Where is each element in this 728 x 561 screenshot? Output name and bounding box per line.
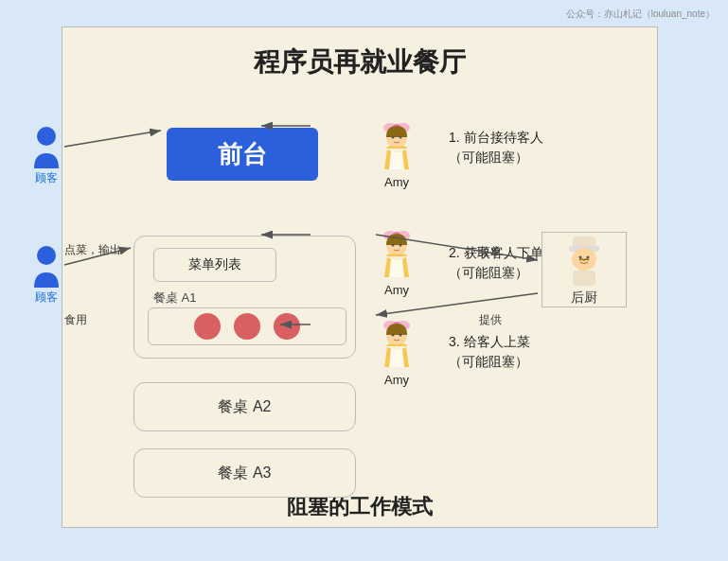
- guest-top-figure: [28, 125, 64, 168]
- chef-figure: [559, 233, 609, 286]
- svg-point-10: [392, 244, 395, 247]
- dish-circle-2: [234, 313, 260, 340]
- dish-circle-1: [194, 313, 221, 340]
- guest-mid-figure: [28, 244, 64, 288]
- dish-circle-3: [274, 313, 300, 340]
- svg-rect-23: [573, 271, 595, 286]
- svg-point-20: [572, 248, 596, 271]
- main-title: 程序员再就业餐厅: [62, 27, 657, 90]
- menu-arrow-label: 菜单: [479, 244, 502, 260]
- svg-point-22: [587, 256, 590, 259]
- amy-mid2-label: Amy: [384, 373, 409, 387]
- table-a1-container: 菜单列表 餐桌 A1: [133, 236, 356, 359]
- menu-list-box: 菜单列表: [153, 248, 276, 282]
- kitchen-label: 后厨: [571, 289, 597, 307]
- amy-top: Amy: [375, 118, 418, 189]
- label-step-1: 1. 前台接待客人 （可能阻塞）: [449, 128, 543, 167]
- kitchen-box: 后厨: [542, 232, 627, 307]
- supply-arrow-label: 提供: [479, 312, 502, 328]
- front-desk-box: 前台: [167, 128, 318, 181]
- table-a1-label: 餐桌 A1: [153, 289, 197, 307]
- amy-mid2-figure: [375, 316, 418, 371]
- label-step-3: 3. 给客人上菜 （可能阻塞）: [449, 332, 530, 372]
- svg-point-21: [579, 256, 582, 259]
- amy-mid1-figure: [375, 226, 418, 281]
- svg-point-11: [400, 244, 402, 247]
- guest-top-label: 顾客: [35, 170, 58, 186]
- amy-mid1: Amy: [375, 226, 418, 297]
- svg-point-24: [37, 127, 56, 146]
- svg-point-17: [400, 334, 402, 337]
- guest-mid-label: 顾客: [35, 289, 58, 306]
- amy-top-label: Amy: [384, 175, 409, 189]
- amy-mid2: Amy: [375, 316, 418, 387]
- svg-point-4: [392, 136, 395, 139]
- dishes-row: [148, 307, 346, 345]
- amy-mid1-label: Amy: [384, 283, 409, 297]
- food-label: 食用: [64, 312, 87, 328]
- svg-point-5: [400, 136, 402, 139]
- watermark: 公众号：亦山札记（louluan_note）: [566, 8, 715, 21]
- amy-top-figure: [375, 118, 418, 173]
- svg-point-25: [37, 246, 56, 265]
- table-a2-box: 餐桌 A2: [133, 382, 356, 431]
- table-a3-box: 餐桌 A3: [133, 448, 356, 498]
- order-output-label: 点菜，输出: [64, 242, 121, 258]
- svg-point-16: [392, 334, 395, 337]
